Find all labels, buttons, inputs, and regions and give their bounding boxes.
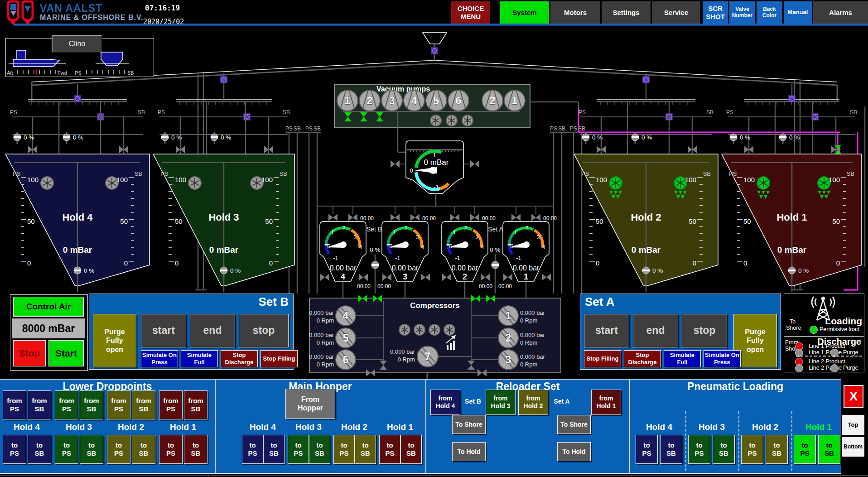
valve-icon[interactable]: [382, 274, 391, 281]
ld-to-ps-1[interactable]: toPS: [159, 435, 183, 464]
valve-icon[interactable]: [421, 274, 430, 281]
menu-alarms-button[interactable]: Alarms: [813, 1, 868, 24]
pl-to-sb-1[interactable]: toSB: [818, 435, 840, 464]
compressor-icon[interactable]: 7: [417, 346, 438, 367]
valve-icon[interactable]: [328, 214, 338, 221]
set-b-start-button[interactable]: start: [141, 314, 186, 347]
set-a-end-button[interactable]: end: [633, 314, 678, 347]
reloader-from-hold-1-button[interactable]: fromHold 1: [591, 390, 621, 415]
menu-manual-button[interactable]: Manual: [784, 1, 812, 24]
vacuum-pump-icon[interactable]: 3: [381, 90, 402, 111]
pl-to-ps-4[interactable]: toPS: [636, 435, 658, 464]
compressor-icon[interactable]: 4: [336, 306, 356, 326]
diverter-valve-icon[interactable]: [74, 96, 81, 102]
valve-icon[interactable]: [470, 214, 479, 221]
vacuum-pump-icon[interactable]: 5: [426, 90, 447, 111]
ld-to-sb-2[interactable]: toSB: [132, 435, 155, 464]
scroll-bottom-button[interactable]: Bottom: [842, 437, 864, 457]
mh-to-ps-1[interactable]: toPS: [379, 435, 400, 464]
menu-motors-button[interactable]: Motors: [550, 1, 600, 24]
ld-from-ps-4[interactable]: fromPS: [3, 390, 26, 419]
ld-from-ps-1[interactable]: fromPS: [159, 390, 183, 419]
valve-icon[interactable]: [391, 160, 400, 168]
set-a-stop-filling-button[interactable]: Stop Filling: [584, 350, 621, 367]
reloader-from-hold-4-button[interactable]: fromHold 4: [430, 390, 460, 415]
valve-icon[interactable]: [442, 274, 451, 281]
vacuum-pump-icon[interactable]: 2: [482, 90, 503, 111]
reloader-set-a-to-hold-button[interactable]: To Hold: [557, 442, 591, 461]
set-a-start-button[interactable]: start: [584, 314, 629, 347]
mh-to-sb-2[interactable]: toSB: [355, 435, 376, 464]
diverter-valve-icon[interactable]: [431, 48, 438, 54]
mh-to-ps-2[interactable]: toPS: [333, 435, 355, 464]
compressor-icon[interactable]: 2: [498, 328, 518, 348]
ld-from-ps-2[interactable]: fromPS: [107, 390, 130, 419]
reloader-from-hold-3-button[interactable]: fromHold 3: [486, 390, 516, 415]
set-b-purge-button[interactable]: Purge Fully open: [93, 314, 136, 367]
control-air-stop-button[interactable]: Stop: [13, 340, 46, 366]
menu-service-button[interactable]: Service: [652, 1, 700, 24]
from-hopper-button[interactable]: FromHopper: [285, 389, 335, 419]
vacuum-pump-icon[interactable]: 6: [448, 90, 469, 111]
menu-valve-number-button[interactable]: Valve Number: [729, 1, 755, 24]
ld-to-sb-4[interactable]: toSB: [28, 435, 51, 464]
mh-to-ps-4[interactable]: toPS: [242, 435, 263, 464]
compressor-icon[interactable]: 5: [336, 328, 356, 348]
reloader-from-hold-2-button[interactable]: fromHold 2: [518, 390, 548, 415]
diverter-valve-icon[interactable]: [221, 77, 227, 83]
control-air-button[interactable]: Control Air: [13, 297, 84, 317]
valve-icon[interactable]: [531, 214, 540, 221]
pl-to-sb-4[interactable]: toSB: [660, 435, 682, 464]
valve-icon[interactable]: [348, 214, 357, 221]
ld-to-ps-3[interactable]: toPS: [55, 435, 78, 464]
vacuum-pump-icon[interactable]: 1: [504, 90, 525, 111]
mh-to-sb-3[interactable]: toSB: [309, 435, 330, 464]
vacuum-pump-icon[interactable]: 1: [337, 90, 358, 111]
ld-from-sb-3[interactable]: fromSB: [80, 390, 103, 419]
valve-icon[interactable]: [511, 214, 521, 221]
ld-from-sb-2[interactable]: fromSB: [132, 390, 155, 419]
valve-icon[interactable]: [503, 274, 512, 281]
menu-choice-menu-button[interactable]: CHOICE MENU: [451, 1, 490, 24]
compressor-icon[interactable]: 6: [336, 350, 356, 370]
valve-icon[interactable]: [542, 274, 551, 281]
ld-to-ps-4[interactable]: toPS: [3, 435, 26, 464]
menu-settings-button[interactable]: Settings: [602, 1, 651, 24]
pl-to-ps-1[interactable]: toPS: [794, 435, 816, 464]
set-a-simulate-on-press-button[interactable]: Simulate On Press: [704, 350, 741, 367]
valve-icon[interactable]: [391, 214, 400, 221]
valve-icon[interactable]: [359, 274, 368, 281]
control-air-start-button[interactable]: Start: [48, 340, 84, 366]
valve-icon[interactable]: [410, 214, 420, 221]
set-b-stop-filling-button[interactable]: Stop Filling: [260, 350, 298, 367]
valve-icon[interactable]: [470, 160, 479, 168]
set-a-stop-button[interactable]: stop: [682, 314, 727, 347]
valve-icon[interactable]: [450, 214, 459, 221]
pl-to-sb-2[interactable]: toSB: [766, 435, 788, 464]
valve-icon[interactable]: [320, 274, 329, 281]
ld-from-sb-4[interactable]: fromSB: [28, 390, 51, 419]
close-button[interactable]: X: [844, 385, 863, 408]
scroll-top-button[interactable]: Top: [842, 415, 864, 435]
mh-to-sb-1[interactable]: toSB: [400, 435, 422, 464]
ld-to-ps-2[interactable]: toPS: [107, 435, 130, 464]
diverter-valve-icon[interactable]: [643, 77, 649, 83]
set-a-simulate-full-button[interactable]: Simulate Full: [664, 350, 701, 367]
mh-to-sb-4[interactable]: toSB: [263, 435, 285, 464]
set-a-stop-discharge-button[interactable]: Stop Discharge: [624, 350, 661, 367]
compressor-icon[interactable]: 1: [498, 306, 518, 326]
set-b-stop-discharge-button[interactable]: Stop Discharge: [221, 350, 258, 367]
menu-back-color-button[interactable]: Back Color: [757, 1, 782, 24]
reloader-set-b-to-shore-button[interactable]: To Shore: [452, 415, 486, 434]
pl-to-sb-3[interactable]: toSB: [713, 435, 735, 464]
ld-from-sb-1[interactable]: fromSB: [184, 390, 207, 419]
vacuum-pump-icon[interactable]: 4: [404, 90, 424, 111]
pl-to-ps-3[interactable]: toPS: [688, 435, 710, 464]
set-b-simulate-on-press-button[interactable]: Simulate On Press: [141, 350, 178, 367]
set-b-end-button[interactable]: end: [190, 314, 235, 347]
ld-to-sb-3[interactable]: toSB: [80, 435, 103, 464]
reloader-set-a-to-shore-button[interactable]: To Shore: [557, 415, 591, 434]
diverter-valve-icon[interactable]: [789, 96, 795, 102]
mh-to-ps-3[interactable]: toPS: [288, 435, 309, 464]
vacuum-pump-icon[interactable]: 2: [359, 90, 380, 111]
